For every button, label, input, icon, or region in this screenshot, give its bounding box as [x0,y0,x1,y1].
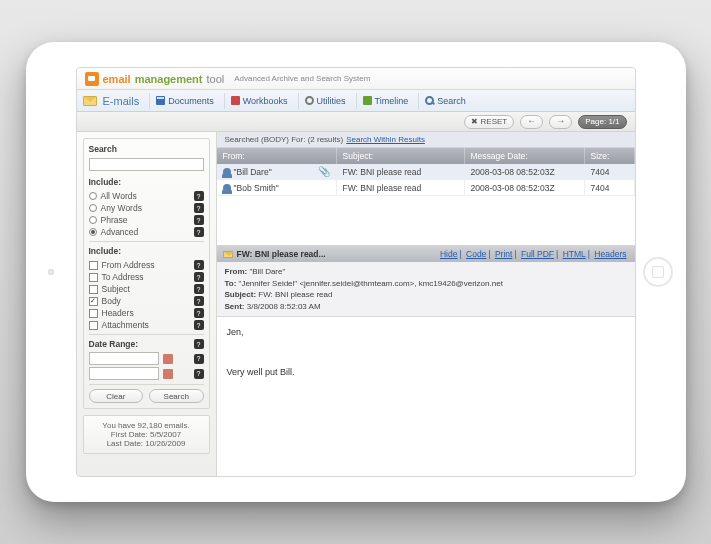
stats-panel: You have 92,180 emails. First Date: 5/5/… [83,415,210,454]
link-code[interactable]: Code [466,249,486,259]
body-line: Very well put Bill. [227,367,625,377]
brand-word-management: management [135,73,203,85]
grid-header: From: Subject: Message Date: Size: [217,148,635,164]
help-icon[interactable]: ? [194,260,204,270]
check-attachments[interactable]: Attachments? [89,320,204,330]
help-icon[interactable]: ? [194,191,204,201]
cell-date: 2008-03-08 08:52:03Z [465,164,585,179]
checkbox-icon [89,297,98,306]
tab-timeline[interactable]: Timeline [356,93,415,109]
tab-label: Utilities [317,96,346,106]
cell-from: "Bob Smith" [234,183,279,193]
header-date[interactable]: Message Date: [465,148,585,164]
check-subject[interactable]: Subject? [89,284,204,294]
brand-subtitle: Advanced Archive and Search System [234,74,370,83]
meta-sent-value: 3/8/2008 8:52:03 AM [247,302,321,311]
radio-label: All Words [101,191,137,201]
help-icon[interactable]: ? [194,284,204,294]
cell-size: 7404 [585,180,635,195]
link-full-pdf[interactable]: Full PDF [521,249,554,259]
document-icon [156,96,165,105]
radio-label: Advanced [101,227,139,237]
link-html[interactable]: HTML [563,249,586,259]
help-icon[interactable]: ? [194,354,204,364]
timeline-icon [363,96,372,105]
link-print[interactable]: Print [495,249,512,259]
calendar-icon[interactable] [163,354,173,364]
checkbox-icon [89,273,98,282]
cell-date: 2008-03-08 08:52:03Z [465,180,585,195]
tab-label: Workbooks [243,96,288,106]
page-label: Page: 1/1 [585,117,619,126]
search-within-link[interactable]: Search Within Results [346,135,425,144]
nav-prev-button[interactable]: ← [520,115,543,129]
search-input[interactable] [89,158,204,171]
help-icon[interactable]: ? [194,215,204,225]
check-to-address[interactable]: To Address? [89,272,204,282]
clear-button[interactable]: Clear [89,389,144,403]
sidebar: Search Include: All Words? Any Words? Ph… [77,132,217,476]
meta-to-value: "Jennifer Seidel" <jennifer.seidel@thmte… [239,279,503,288]
tab-documents[interactable]: Documents [149,93,220,109]
meta-to-label: To: [225,279,237,288]
preview-action-links: Hide| Code| Print| Full PDF| HTML| Heade… [438,249,629,259]
date-from-input[interactable] [89,352,159,365]
help-icon[interactable]: ? [194,296,204,306]
radio-label: Phrase [101,215,128,225]
header-size[interactable]: Size: [585,148,635,164]
help-icon[interactable]: ? [194,203,204,213]
radio-icon [89,228,97,236]
help-icon[interactable]: ? [194,369,204,379]
calendar-icon[interactable] [163,369,173,379]
nav-next-button[interactable]: → [549,115,572,129]
radio-all-words[interactable]: All Words? [89,191,204,201]
radio-label: Any Words [101,203,142,213]
stats-last-date: Last Date: 10/26/2009 [89,439,204,448]
preview-body[interactable]: Jen, Very well put Bill. [217,317,635,476]
date-range-label: Date Range: [89,339,139,349]
help-icon[interactable]: ? [194,339,204,349]
help-icon[interactable]: ? [194,272,204,282]
main-area: Searched (BODY) For: (2 results) Search … [217,132,635,476]
search-panel: Search Include: All Words? Any Words? Ph… [83,138,210,409]
link-headers[interactable]: Headers [594,249,626,259]
include-label: Include: [89,177,204,187]
tablet-home-button[interactable] [643,257,673,287]
preview-title: FW: BNI please read... [237,249,326,259]
help-icon[interactable]: ? [194,308,204,318]
tab-utilities[interactable]: Utilities [298,93,352,109]
check-body[interactable]: Body? [89,296,204,306]
top-nav: E-mails Documents Workbooks Utilities Ti… [77,90,635,112]
tablet-camera [48,269,54,275]
person-icon [223,184,231,192]
radio-any-words[interactable]: Any Words? [89,203,204,213]
date-to-input[interactable] [89,367,159,380]
meta-sent-label: Sent: [225,302,245,311]
header-from[interactable]: From: [217,148,337,164]
check-headers[interactable]: Headers? [89,308,204,318]
checkbox-icon [89,261,98,270]
search-button[interactable]: Search [149,389,204,403]
header-subject[interactable]: Subject: [337,148,465,164]
search-summary-text: Searched (BODY) For: (2 results) [225,135,344,144]
person-icon [223,168,231,176]
cell-size: 7404 [585,164,635,179]
check-from-address[interactable]: From Address? [89,260,204,270]
radio-advanced[interactable]: Advanced? [89,227,204,237]
results-grid: From: Subject: Message Date: Size: "Bill… [217,148,635,196]
search-icon [425,96,434,105]
radio-phrase[interactable]: Phrase? [89,215,204,225]
help-icon[interactable]: ? [194,320,204,330]
reset-button[interactable]: ✖RESET [464,115,515,129]
cell-subject: FW: BNI please read [337,164,465,179]
grid-row[interactable]: "Bill Dare"📎 FW: BNI please read 2008-03… [217,164,635,180]
nav-emails[interactable]: E-mails [103,95,140,107]
help-icon[interactable]: ? [194,227,204,237]
grid-row[interactable]: "Bob Smith" FW: BNI please read 2008-03-… [217,180,635,196]
tab-search[interactable]: Search [418,93,472,109]
page-indicator[interactable]: Page: 1/1 [578,115,626,129]
arrow-right-icon: → [556,117,565,126]
tab-workbooks[interactable]: Workbooks [224,93,294,109]
reset-label: RESET [481,117,508,126]
link-hide[interactable]: Hide [440,249,457,259]
